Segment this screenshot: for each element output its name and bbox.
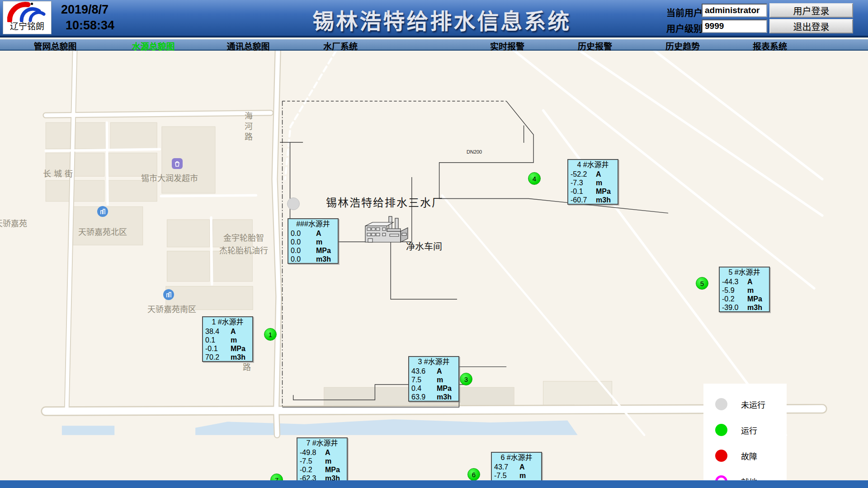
- well-marker-1[interactable]: 1: [264, 328, 277, 341]
- well-unit: m: [437, 375, 443, 384]
- well-value: -44.3: [722, 277, 747, 286]
- well-marker-3[interactable]: 3: [460, 373, 472, 385]
- well-box-title: 5 #水源井: [720, 267, 769, 277]
- main-menu-bar: 管网总貌图 水源总貌图 通讯总貌图 水厂系统 实时报警 历史报警 历史趋势 报表…: [0, 39, 868, 51]
- well-data-box-4: 4 #水源井 -52.2A -7.3m -0.1MPa -60.7m3h: [567, 159, 618, 205]
- poi-label-tire-shop-line2: 杰轮胎机油行: [219, 244, 268, 256]
- well-value: -60.7: [571, 196, 596, 204]
- well-value: 38.4: [205, 327, 231, 336]
- well-marker-4[interactable]: 4: [528, 172, 541, 185]
- well-value: -0.2: [722, 295, 747, 303]
- poi-label-tire-shop-line1: 金宇轮胎智: [223, 231, 264, 243]
- well-value: 0.0: [291, 246, 316, 255]
- well-unit: A: [747, 277, 753, 286]
- legend-item-fault: 故障: [703, 444, 787, 467]
- workshop-label: 净水车间: [406, 239, 442, 253]
- company-logo: 辽宁铭朗: [3, 1, 52, 34]
- well-marker-5[interactable]: 5: [696, 277, 708, 290]
- well-value: 43.7: [494, 463, 519, 471]
- well-unit: A: [437, 367, 442, 375]
- tab-communications-overview[interactable]: 通讯总貌图: [226, 40, 269, 52]
- well-marker-idle[interactable]: [287, 197, 300, 210]
- well-marker-6[interactable]: 6: [467, 468, 480, 481]
- legend-item-running: 运行: [703, 418, 787, 441]
- well-unit: A: [316, 229, 321, 238]
- current-date: 2019/8/7: [61, 3, 114, 17]
- tab-water-source-overview[interactable]: 水源总貌图: [132, 40, 175, 52]
- fault-status-icon: [715, 450, 727, 462]
- well-box-title: 7 #水源井: [297, 438, 347, 448]
- current-user-label: 当前用户: [666, 6, 703, 19]
- well-box-title: 1 #水源井: [203, 317, 252, 327]
- plant-title: 锡林浩特给排水三水厂: [326, 194, 443, 210]
- tab-realtime-alarms[interactable]: 实时报警: [490, 40, 524, 52]
- well-value: -5.9: [722, 286, 747, 295]
- idle-status-icon: [715, 398, 727, 410]
- pipe-diameter-label: DN200: [467, 149, 482, 155]
- well-value: 0.4: [411, 384, 437, 393]
- poi-label-supermarket: 锡市大润发超市: [141, 172, 198, 183]
- well-unit: MPa: [316, 246, 331, 255]
- tab-history-trends[interactable]: 历史趋势: [665, 40, 700, 52]
- datetime: 2019/8/7 10:58:34: [61, 3, 114, 33]
- well-unit: A: [231, 327, 236, 336]
- page-title: 锡林浩特给排水信息系统: [312, 4, 571, 35]
- well-unit: m3h: [231, 353, 245, 361]
- legend-item-idle: 未运行: [703, 393, 787, 416]
- well-value: -7.5: [300, 457, 325, 465]
- well-value: 0.0: [291, 238, 316, 246]
- well-value: -0.1: [571, 187, 596, 196]
- residential-south-icon: [163, 289, 174, 300]
- well-unit: m: [316, 238, 322, 246]
- tab-history-alarms[interactable]: 历史报警: [578, 40, 612, 52]
- well-value: -49.8: [300, 448, 325, 457]
- well-unit: m3h: [437, 393, 452, 401]
- well-unit: A: [325, 448, 330, 457]
- supermarket-icon: [172, 158, 183, 169]
- well-unit: MPa: [325, 465, 340, 474]
- well-value: -0.2: [300, 465, 325, 474]
- well-unit: MPa: [231, 344, 245, 353]
- well-box-title: 6 #水源井: [492, 453, 541, 463]
- current-user-input[interactable]: [702, 4, 767, 17]
- header-bar: 辽宁铭朗 2019/8/7 10:58:34 锡林浩特给排水信息系统 当前用户 …: [0, 0, 868, 38]
- well-value: 0.0: [291, 255, 316, 263]
- well-data-box-7: 7 #水源井 -49.8A -7.5m -0.2MPa -62.3m3h: [297, 437, 348, 483]
- poi-label-tianjiao-south: 天骄嘉苑南区: [147, 303, 196, 314]
- well-box-title: 4 #水源井: [568, 160, 618, 170]
- company-name: 辽宁铭朗: [10, 22, 44, 32]
- bottom-bar: [0, 480, 868, 488]
- well-unit: MPa: [437, 384, 452, 393]
- well-value: -0.1: [205, 344, 231, 353]
- well-box-title: ###水源井: [288, 219, 338, 229]
- company-logo-icon: [7, 1, 47, 22]
- tab-report-system[interactable]: 报表系统: [753, 40, 787, 52]
- user-level-label: 用户级别: [666, 22, 703, 35]
- well-unit: m: [596, 178, 602, 187]
- well-value: 0.1: [205, 336, 231, 344]
- tab-water-plant-system[interactable]: 水厂系统: [323, 40, 358, 52]
- legend-label: 未运行: [741, 399, 765, 410]
- well-data-box-3: 3 #水源井 43.6A 7.5m 0.4MPa 63.9m3h: [408, 356, 459, 402]
- well-unit: m: [519, 471, 526, 480]
- current-time: 10:58:34: [66, 19, 114, 33]
- legend-label: 故障: [741, 450, 757, 462]
- poi-label-tianjiao-jiayuan: 天骄嘉苑: [0, 217, 27, 229]
- map-area: 海河路 长城街 锡市大润发超市 天骄嘉苑 天骄嘉苑北区 金宇轮胎智 杰轮胎机油行…: [0, 51, 868, 480]
- well-unit: MPa: [596, 187, 611, 196]
- well-value: -39.0: [722, 303, 747, 312]
- poi-label-tianjiao-north: 天骄嘉苑北区: [78, 225, 127, 237]
- status-legend: 未运行 运行 故障 就地: [703, 384, 787, 488]
- residential-north-icon: [97, 206, 108, 217]
- login-button[interactable]: 用户登录: [769, 3, 853, 18]
- well-value: 63.9: [411, 393, 437, 401]
- well-value: 0.0: [291, 229, 316, 238]
- well-unit: m3h: [747, 303, 762, 312]
- logout-button[interactable]: 退出登录: [769, 19, 853, 33]
- tab-pipe-network-overview[interactable]: 管网总貌图: [33, 40, 76, 52]
- well-unit: A: [596, 170, 601, 178]
- well-unit: A: [519, 463, 525, 471]
- scada-screen: 辽宁铭朗 2019/8/7 10:58:34 锡林浩特给排水信息系统 当前用户 …: [0, 0, 868, 488]
- user-level-input[interactable]: [702, 19, 767, 33]
- well-box-title: 3 #水源井: [409, 357, 458, 367]
